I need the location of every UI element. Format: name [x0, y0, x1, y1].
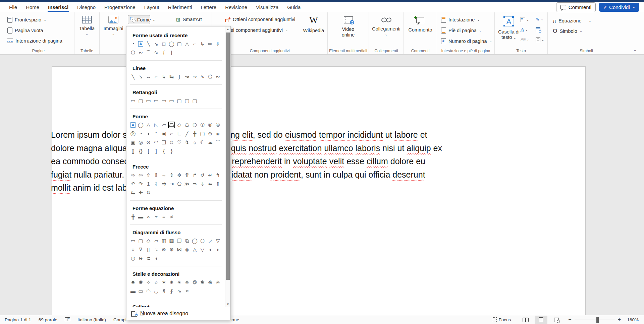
header-button[interactable]: Intestazione ⌄ — [441, 17, 480, 23]
shape-elbow-arrow-connector[interactable]: ↳ — [199, 40, 206, 48]
shape-line[interactable]: ╲ — [129, 73, 137, 81]
shape-sun[interactable]: ☼ — [191, 138, 199, 146]
pictures-button[interactable]: Immagini ⌄ — [103, 16, 124, 36]
shape-freeform[interactable]: ⬠ — [206, 73, 214, 81]
shape-up-arrow-callout[interactable]: ⇑ — [214, 180, 222, 188]
shape-double-brace[interactable]: {} — [137, 147, 145, 155]
shape-octagon[interactable]: ⑧ — [206, 121, 214, 129]
shape-internal-storage[interactable]: ▦ — [168, 237, 175, 245]
shape-rectangle[interactable]: ▭ — [129, 97, 137, 105]
new-drawing-canvas-item[interactable]: Nuova area disegno — [126, 307, 230, 320]
page-count-status[interactable]: Pagina 1 di 1 — [0, 317, 35, 322]
shape-striped-right-arrow[interactable]: ⇉ — [160, 180, 168, 188]
shape-equal[interactable]: = — [160, 213, 168, 221]
object-button[interactable]: ⌄ — [536, 37, 544, 42]
shape-cube[interactable]: ⧈ — [214, 130, 222, 138]
shape-arrow-down[interactable]: ⇩ — [214, 40, 222, 48]
collapse-ribbon-button[interactable]: ⌄ — [633, 48, 637, 52]
shape-explosion-1[interactable]: ✸ — [129, 278, 137, 286]
shape-u-turn-arrow[interactable]: ↺ — [199, 171, 206, 179]
cover-page-button[interactable]: Frontespizio ⌄ — [7, 17, 46, 23]
shape-curved-right-arrow[interactable]: ↷ — [137, 180, 145, 188]
shape-stored-data[interactable]: ◖ — [206, 246, 214, 254]
shape-arrow-up-down[interactable]: ⇕ — [168, 171, 175, 179]
shape-bent-arrow[interactable]: ↱ — [191, 171, 199, 179]
table-button[interactable]: Tabella ⌄ — [74, 16, 99, 36]
shape-heart[interactable]: ♡ — [175, 138, 183, 146]
tab-inserisci[interactable]: Inserisci — [44, 2, 73, 12]
get-addins-button[interactable]: Ottieni componenti aggiuntivi — [225, 17, 295, 22]
tab-home[interactable]: Home — [21, 2, 44, 12]
shape-ribbon-down[interactable]: ◠ — [145, 287, 152, 295]
shape-sort[interactable]: ◈ — [183, 246, 191, 254]
shape-left-arrow-callout[interactable]: ⇐ — [206, 180, 214, 188]
read-mode-button[interactable] — [519, 316, 532, 324]
shape-oval[interactable]: ◯ — [168, 40, 175, 48]
shape-ribbon-curved-down[interactable]: ▬ — [129, 287, 137, 295]
shape-pentagon-arrow[interactable]: ⬠ — [175, 180, 183, 188]
shape-scribble[interactable]: ∾ — [214, 73, 222, 81]
shape-extract[interactable]: △ — [191, 246, 199, 254]
shape-snip-single-corner[interactable]: ▭ — [145, 97, 152, 105]
shape-multidocument[interactable]: ⧉ — [183, 237, 191, 245]
shape-arrow-up[interactable]: ⇧ — [145, 171, 152, 179]
shape-explosion-2[interactable]: ✺ — [137, 278, 145, 286]
shape-scribble[interactable]: ∾ — [137, 49, 145, 57]
shape-snip-diagonal-corner[interactable]: ▭ — [160, 97, 168, 105]
shape-pie[interactable]: ◔ — [129, 40, 137, 48]
shape-arrow-right[interactable]: ⇨ — [206, 40, 214, 48]
shape-elbow-connector[interactable]: ⌐ — [152, 73, 160, 81]
shape-oval[interactable]: ◯ — [137, 121, 145, 129]
tab-progettazione[interactable]: Progettazione — [100, 2, 140, 12]
shape-parallelogram[interactable]: ▱ — [160, 121, 168, 129]
shape-multiply[interactable]: × — [145, 213, 152, 221]
wikipedia-button[interactable]: W Wikipedia — [302, 16, 325, 33]
shape-decision[interactable]: ◇ — [145, 237, 152, 245]
shape-snip-and-round-corner[interactable]: ▭ — [168, 97, 175, 105]
shape-line-double-arrow[interactable]: ↔ — [145, 73, 152, 81]
shape-left-right-arrow-callout[interactable]: ⇆ — [129, 189, 137, 197]
shape-sequential-access-storage[interactable]: ◷ — [129, 254, 137, 262]
tab-lettere[interactable]: Lettere — [196, 2, 221, 12]
shape-not-equal[interactable]: ≠ — [168, 213, 175, 221]
shape-curved-up-arrow[interactable]: ↥ — [145, 180, 152, 188]
links-button[interactable]: Collegamenti ⌄ — [369, 17, 404, 36]
zoom-out-button[interactable]: − — [568, 317, 571, 323]
shape-elbow-connector[interactable]: ⌐ — [191, 40, 199, 48]
shape-diamond[interactable]: ◇ — [175, 121, 183, 129]
shape-star-6-point[interactable]: ✶ — [160, 278, 168, 286]
shape-rounded-rectangle[interactable]: ▢ — [175, 40, 183, 48]
shape-star-4-point[interactable]: ✧ — [145, 278, 152, 286]
shape-diagonal-stripe[interactable]: ╱ — [183, 130, 191, 138]
date-time-button[interactable] — [536, 27, 540, 32]
shape-cross[interactable]: ╋ — [191, 130, 199, 138]
zoom-slider-thumb[interactable] — [596, 317, 599, 323]
shape-cloud[interactable]: ☁ — [206, 138, 214, 146]
shape-notched-right-arrow[interactable]: ⇥ — [168, 180, 175, 188]
page-number-button[interactable]: Numero di pagina ⌄ — [441, 38, 492, 44]
shape-line-arrow[interactable]: ↘ — [152, 40, 160, 48]
shape-hexagon[interactable]: ⬡ — [191, 121, 199, 129]
shape-curved-left-arrow[interactable]: ↶ — [129, 180, 137, 188]
shape-curved-down-arrow[interactable]: ↧ — [152, 180, 160, 188]
shape-arrow-left[interactable]: ⇦ — [137, 171, 145, 179]
symbol-button[interactable]: Ω Simbolo ⌄ — [553, 28, 582, 34]
shape-arc[interactable]: ⌒ — [214, 138, 222, 146]
shape-connector[interactable]: ○ — [129, 246, 137, 254]
shape-double-bracket[interactable]: [] — [129, 147, 137, 155]
shape-folded-corner[interactable]: ❏ — [160, 138, 168, 146]
zoom-in-button[interactable]: + — [618, 317, 621, 323]
shape-right-brace[interactable]: } — [168, 147, 175, 155]
shape-freeform[interactable]: ⬠ — [129, 49, 137, 57]
shape-block-arc[interactable]: ◠ — [152, 138, 160, 146]
focus-toggle[interactable]: Focus — [489, 317, 515, 322]
shape-round-diagonal-corner[interactable]: ▢ — [191, 97, 199, 105]
shape-arrow-right[interactable]: ⇨ — [129, 171, 137, 179]
shape-donut[interactable]: ◎ — [137, 138, 145, 146]
share-button[interactable]: ⇗ Condividi ⌄ — [599, 3, 639, 12]
shape-left-brace[interactable]: { — [160, 49, 168, 57]
shape-dodecagon[interactable]: ⑫ — [129, 130, 137, 138]
shapes-menu-scrollbar[interactable]: ▲ ▼ — [225, 26, 230, 307]
shape-can[interactable]: ⊖ — [206, 130, 214, 138]
shape-predefined-process[interactable]: ▥ — [160, 237, 168, 245]
